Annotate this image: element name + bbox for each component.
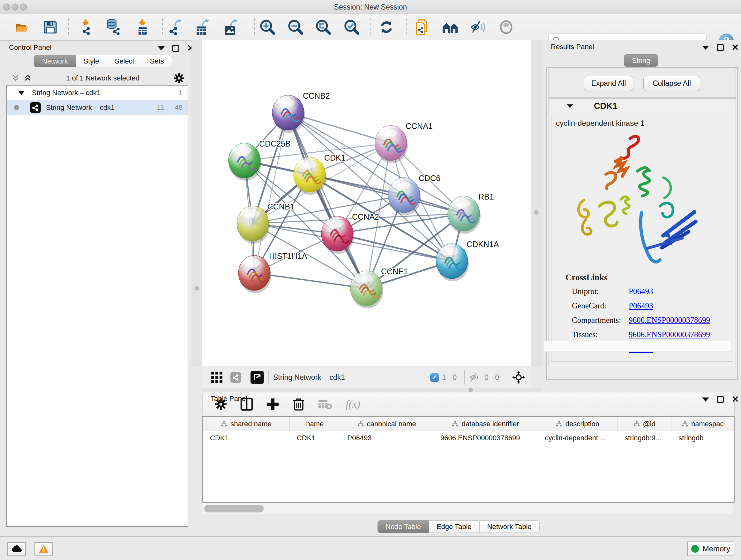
column-header-canonical-name[interactable]: canonical name xyxy=(340,417,433,431)
import-network-file-icon[interactable] xyxy=(77,18,96,37)
results-panel-close-icon[interactable]: ✕ xyxy=(731,44,739,51)
inactive-eye-icon[interactable] xyxy=(497,18,515,37)
import-network-database-icon[interactable] xyxy=(104,18,122,37)
edge-CCNB2-HIST1H1A[interactable] xyxy=(254,113,288,273)
scrollbar-thumb[interactable] xyxy=(204,505,264,512)
open-session-icon[interactable] xyxy=(12,18,31,37)
table-cell[interactable]: stringdb:9... xyxy=(617,431,671,445)
node-label-RB1: RB1 xyxy=(478,192,494,201)
network-canvas[interactable]: CCNB2CCNA1CDC25BCDK1CDC6RB1CCNB1CCNA2CDK… xyxy=(202,40,531,367)
expand-all-tree-icon[interactable] xyxy=(11,74,20,82)
tab-network[interactable]: Network xyxy=(34,55,76,67)
node-CCNE1[interactable]: CCNE1 xyxy=(350,267,408,308)
divider-handle[interactable] xyxy=(195,286,199,291)
control-panel-float-icon[interactable] xyxy=(172,45,179,52)
column-header-description[interactable]: description xyxy=(538,417,617,431)
left-pane-divider[interactable] xyxy=(192,40,202,367)
birds-eye-view-icon[interactable] xyxy=(251,371,264,384)
delete-table-icon[interactable] xyxy=(318,399,332,410)
zoom-fit-icon[interactable] xyxy=(314,18,333,37)
tab-select[interactable]: Select xyxy=(107,55,142,67)
selected-checkbox-icon[interactable]: ✓ xyxy=(430,373,439,382)
column-header-@id[interactable]: @id xyxy=(617,417,671,431)
table-cell[interactable]: cyclin-dependent ... xyxy=(538,431,617,445)
divider-handle[interactable] xyxy=(534,210,539,214)
export-image-icon[interactable] xyxy=(222,18,240,37)
results-panel-menu-icon[interactable] xyxy=(702,46,709,50)
add-column-icon[interactable] xyxy=(266,398,279,411)
crosslink-link[interactable]: 9606.ENSP00000378699 xyxy=(629,316,710,325)
column-header-namespac[interactable]: namespac xyxy=(671,417,734,431)
crosslink-link[interactable]: 9606.ENSP00000378699 xyxy=(629,330,710,339)
hide-graphics-icon[interactable] xyxy=(469,18,488,37)
cdk1-section-header[interactable]: CDK1 xyxy=(549,99,736,113)
results-scrollbar[interactable] xyxy=(544,341,731,352)
edge-CDK1-RB1[interactable] xyxy=(310,175,464,213)
tab-sets[interactable]: Sets xyxy=(142,55,172,67)
export-network-icon[interactable] xyxy=(166,18,185,37)
splitter-handle[interactable] xyxy=(468,388,473,392)
collapse-all-tree-icon[interactable] xyxy=(23,74,32,82)
edge-CCNB2-CCNE1[interactable] xyxy=(288,113,366,288)
crosslink-link[interactable]: P06493 xyxy=(629,301,653,310)
clone-network-icon[interactable] xyxy=(413,18,431,37)
collection-expand-icon[interactable] xyxy=(18,91,24,95)
crosslink-link[interactable]: P06493 xyxy=(629,287,653,296)
column-header-database-identifier[interactable]: database identifier xyxy=(433,417,538,431)
table-cell[interactable]: P06493 xyxy=(340,431,433,445)
export-table-icon[interactable] xyxy=(193,18,212,37)
table-cell[interactable]: 9606.ENSP00000378699 xyxy=(433,431,538,445)
table-row[interactable]: CDK1CDK1P064939606.ENSP00000378699cyclin… xyxy=(203,431,734,445)
tab-string[interactable]: String xyxy=(624,54,658,67)
node-CDKN1A[interactable]: CDKN1A xyxy=(436,240,499,281)
memory-button[interactable]: Memory xyxy=(687,542,734,556)
tab-network-table[interactable]: Network Table xyxy=(480,520,540,533)
zoom-in-icon[interactable] xyxy=(258,18,277,37)
refresh-view-icon[interactable] xyxy=(377,18,396,37)
results-panel-float-icon[interactable] xyxy=(717,44,724,51)
node-CDC6[interactable]: CDC6 xyxy=(388,174,441,215)
table-cell[interactable]: stringdb xyxy=(671,431,734,445)
network-collection-row[interactable]: String Network – cdk1 1 xyxy=(7,85,188,100)
table-cell[interactable]: CDK1 xyxy=(290,431,340,445)
delete-column-icon[interactable] xyxy=(293,397,305,411)
save-session-icon[interactable] xyxy=(41,18,60,37)
function-builder-icon[interactable]: f(x) xyxy=(346,398,360,410)
table-cell[interactable]: CDK1 xyxy=(203,431,290,445)
column-header-shared-name[interactable]: shared name xyxy=(203,417,290,431)
table-panel-close-icon[interactable]: ✕ xyxy=(731,396,739,403)
section-collapse-icon[interactable] xyxy=(567,104,573,108)
node-HIST1H1A[interactable]: HIST1H1A xyxy=(239,252,307,293)
zoom-out-icon[interactable] xyxy=(286,18,305,37)
node-CCNA1[interactable]: CCNA1 xyxy=(375,122,433,163)
node-CCNB1[interactable]: CCNB1 xyxy=(237,202,294,244)
fit-selected-crosshair-icon[interactable] xyxy=(512,370,526,384)
tab-edge-table[interactable]: Edge Table xyxy=(429,520,480,533)
node-RB1[interactable]: RB1 xyxy=(448,192,494,234)
table-panel-float-icon[interactable] xyxy=(717,396,724,403)
table-panel-menu-icon[interactable] xyxy=(702,397,709,401)
crosslink-row: Tissues:9606.ENSP00000378699 xyxy=(572,330,733,339)
expand-all-button[interactable]: Expand All xyxy=(584,76,633,91)
column-header-name[interactable]: name xyxy=(290,417,340,431)
network-share-view-icon[interactable] xyxy=(230,372,241,383)
table-panel: Table Panel ✕ xyxy=(202,392,741,537)
tab-style[interactable]: Style xyxy=(76,55,107,67)
main-toolbar: ? xyxy=(0,14,741,41)
collapse-all-button[interactable]: Collapse All xyxy=(643,76,700,91)
node-table[interactable]: shared namenamecanonical namedatabase id… xyxy=(202,416,735,503)
table-horizontal-scrollbar[interactable] xyxy=(202,503,733,514)
node-CDC25B[interactable]: CDC25B xyxy=(228,139,291,181)
control-panel-menu-icon[interactable] xyxy=(158,46,165,51)
grid-view-icon[interactable] xyxy=(211,371,223,384)
network-row-selected[interactable]: String Network – cdk1 11 48 xyxy=(7,100,188,115)
zoom-selected-icon[interactable] xyxy=(342,18,361,37)
import-table-file-icon[interactable] xyxy=(133,18,151,37)
node-CCNB2[interactable]: CCNB2 xyxy=(272,91,330,133)
warning-button[interactable] xyxy=(35,542,53,556)
cloud-button[interactable] xyxy=(7,542,26,556)
right-pane-divider[interactable] xyxy=(531,40,542,367)
houses-icon[interactable] xyxy=(441,18,460,37)
tab-node-table[interactable]: Node Table xyxy=(378,520,429,533)
network-options-gear-icon[interactable] xyxy=(174,73,185,84)
